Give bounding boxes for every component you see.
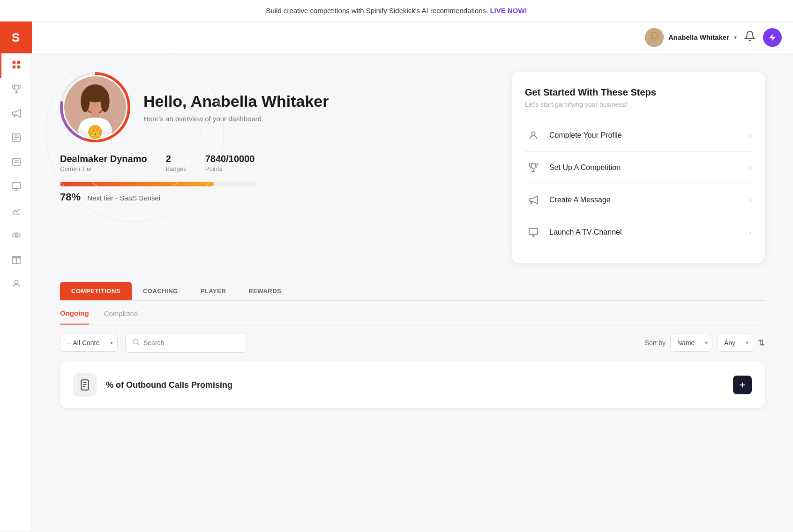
svg-marker-25 (769, 34, 776, 41)
tab-competitions[interactable]: COMPETITIONS (60, 282, 132, 300)
tab-player[interactable]: PLAYER (189, 282, 238, 300)
sidebar: S (0, 22, 32, 531)
svg-rect-42 (81, 380, 88, 390)
list-icon (11, 157, 22, 170)
chart-line-icon (11, 206, 22, 218)
svg-point-24 (651, 32, 657, 39)
user-menu-chevron: ▾ (734, 34, 737, 41)
competition-icon (73, 373, 97, 397)
live-now-link[interactable]: LIVE NOW! (490, 7, 527, 15)
sidebar-item-user[interactable] (0, 273, 32, 297)
stats-row: Dealmaker Dynamo Current Tier 2 Badges 7… (60, 154, 493, 172)
sub-tab-ongoing[interactable]: Ongoing (60, 309, 89, 325)
next-tier-text: Next tier - SaaS Sensei (87, 194, 160, 202)
sidebar-item-list[interactable] (0, 151, 32, 175)
search-input[interactable] (143, 339, 240, 347)
badges-label: Badges (166, 165, 187, 172)
svg-point-20 (15, 280, 18, 283)
user-name-label: Anabella Whitaker (668, 33, 729, 41)
profile-top: 👑 Hello, Anabella Whitaker Here's an ove… (60, 72, 493, 142)
sidebar-item-megaphone[interactable] (0, 102, 32, 126)
get-started-title: Get Started With These Steps (525, 87, 752, 98)
crown-badge: 👑 (87, 124, 103, 140)
tier-label: Current Tier (60, 165, 147, 172)
badges-value: 2 (166, 154, 187, 164)
svg-point-32 (100, 90, 109, 112)
sidebar-item-dashboard[interactable] (0, 53, 32, 78)
step-create-message[interactable]: Create A Message › (525, 184, 752, 216)
content-filter-select[interactable]: -- All Conte (60, 334, 118, 352)
sidebar-item-gift[interactable] (0, 248, 32, 273)
content-filter-wrapper: -- All Conte ▾ (60, 334, 118, 352)
points-value: 7840/10000 (205, 154, 255, 164)
gift-icon (11, 254, 22, 267)
progress-bar-outer (60, 182, 257, 186)
sidebar-item-trophy[interactable] (0, 78, 32, 102)
hero-section: 👑 Hello, Anabella Whitaker Here's an ove… (60, 72, 765, 263)
sidebar-item-chart[interactable] (0, 200, 32, 224)
step-chevron-launch-tv: › (749, 228, 752, 237)
any-select[interactable]: Any (717, 334, 753, 352)
svg-rect-37 (529, 229, 538, 235)
sidebar-item-news[interactable] (0, 126, 32, 151)
eye-icon (11, 230, 22, 243)
svg-point-36 (531, 132, 535, 135)
competition-title: % of Outbound Calls Promising (106, 380, 232, 390)
step-setup-competition[interactable]: Set Up A Competition › (525, 152, 752, 184)
app-header: Anabella Whitaker ▾ (32, 22, 793, 53)
tabs-section: COMPETITIONS COACHING PLAYER REWARDS Ong… (60, 282, 765, 408)
launch-tv-icon (525, 224, 542, 241)
svg-point-16 (15, 234, 18, 236)
tier-stat: Dealmaker Dynamo Current Tier (60, 154, 147, 172)
svg-rect-0 (13, 60, 15, 63)
step-label-create-message: Create A Message (549, 196, 749, 204)
svg-line-41 (137, 343, 139, 345)
sub-tab-completed[interactable]: Completed (104, 310, 138, 324)
any-select-wrapper: Any ▾ (717, 334, 753, 352)
step-label-setup-competition: Set Up A Competition (549, 163, 749, 172)
sort-label: Sort by (645, 339, 666, 347)
crown-icon: 👑 (90, 127, 100, 137)
progress-section: 78% Next tier - SaaS Sensei (60, 182, 257, 203)
get-started-subtitle: Let's start gamifying your business! (525, 101, 752, 108)
competition-action-button[interactable] (733, 376, 752, 394)
create-message-icon (525, 192, 542, 208)
sidebar-item-monitor[interactable] (0, 175, 32, 200)
setup-competition-icon (525, 159, 542, 176)
sort-direction-icon[interactable]: ⇅ (758, 338, 765, 348)
sidebar-item-eye[interactable] (0, 224, 32, 248)
tab-rewards[interactable]: REWARDS (237, 282, 292, 300)
sidebar-logo[interactable]: S (0, 22, 32, 53)
greeting-subtitle: Here's an overview of your dashboard (143, 115, 329, 123)
banner-text: Build creative competitions with Spinify… (266, 7, 488, 15)
complete-profile-icon (525, 127, 542, 144)
svg-point-40 (133, 339, 138, 344)
sort-select-wrapper: Name ▾ (670, 334, 712, 352)
step-chevron-complete-profile: › (749, 131, 752, 140)
search-box[interactable] (125, 333, 247, 353)
greeting-title: Hello, Anabella Whitaker (143, 92, 329, 111)
step-chevron-create-message: › (749, 195, 752, 205)
badges-stat: 2 Badges (166, 154, 187, 172)
svg-rect-1 (17, 60, 20, 63)
megaphone-icon (11, 108, 22, 121)
tab-coaching[interactable]: COACHING (132, 282, 189, 300)
sort-select[interactable]: Name (670, 334, 712, 352)
notification-bell[interactable] (744, 30, 756, 44)
progress-text: 78% Next tier - SaaS Sensei (60, 191, 257, 203)
step-label-complete-profile: Complete Your Profile (549, 131, 749, 140)
progress-bar-fill (60, 182, 214, 186)
search-icon (132, 338, 140, 347)
top-banner: Build creative competitions with Spinify… (0, 0, 793, 22)
step-label-launch-tv: Launch A TV Channel (549, 228, 749, 236)
tier-value: Dealmaker Dynamo (60, 154, 147, 164)
step-complete-profile[interactable]: Complete Your Profile › (525, 119, 752, 152)
svg-rect-3 (17, 65, 20, 68)
svg-rect-11 (12, 182, 21, 188)
step-chevron-setup-competition: › (749, 163, 752, 173)
step-launch-tv[interactable]: Launch A TV Channel › (525, 216, 752, 248)
user-circle-icon (11, 279, 22, 291)
sort-group: Sort by Name ▾ Any ▾ (645, 334, 765, 352)
lightning-button[interactable] (763, 28, 782, 47)
user-menu[interactable]: Anabella Whitaker ▾ (645, 28, 737, 47)
